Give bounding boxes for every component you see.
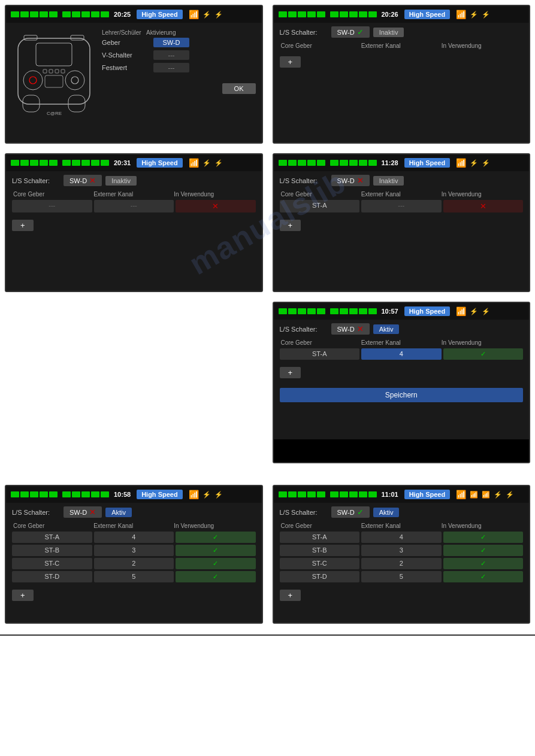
- antenna-icon-7b: ⚡: [506, 491, 514, 499]
- time-7: 11:01: [382, 491, 398, 498]
- sw-d-badge-2[interactable]: SW-D ✓: [331, 26, 370, 38]
- cell-6-3-1[interactable]: 5: [94, 571, 174, 582]
- screen-content-1: C@RE Lehrer/Schüler Aktivierung: [6, 23, 262, 142]
- svg-point-4: [65, 71, 84, 90]
- antenna-icon-2: ⚡: [470, 11, 478, 19]
- col-header-inuse-2: In Verwendung: [442, 42, 522, 49]
- time-3: 20:31: [114, 159, 131, 166]
- speichern-button-5[interactable]: Speichern: [280, 388, 524, 402]
- ls-schalter-row-6: L/S Schalter: SW-D ✕ Aktiv: [12, 506, 256, 518]
- col-header-inuse-3: In Verwendung: [174, 191, 254, 198]
- cell-6-2-1[interactable]: 2: [94, 558, 174, 569]
- cell-6-0-0[interactable]: ST-A: [12, 532, 92, 543]
- battery-icon-2b: [330, 11, 377, 17]
- cell-6-3-0[interactable]: ST-D: [12, 571, 92, 582]
- cell-7-1-1[interactable]: 3: [361, 545, 442, 556]
- add-button-4[interactable]: +: [280, 220, 301, 231]
- extra-wifi-1: 📶: [470, 491, 478, 499]
- cell-7-1-2: ✓: [443, 545, 524, 556]
- vschalter-value[interactable]: ---: [153, 50, 189, 60]
- ls-schalter-row-5: L/S Schalter: SW-D ✕ Aktiv: [280, 323, 524, 335]
- sw-d-badge-6[interactable]: SW-D ✕: [64, 506, 102, 518]
- geber-value[interactable]: SW-D: [153, 38, 189, 47]
- svg-rect-15: [71, 35, 84, 40]
- screen-header-6: 10:58 High Speed 📶 ⚡ ⚡: [6, 486, 262, 503]
- high-speed-badge-3: High Speed: [137, 158, 183, 168]
- time-5: 10:57: [382, 308, 398, 315]
- wifi-icon-2: 📶: [456, 10, 466, 19]
- vschalter-label: V-Schalter: [102, 51, 150, 59]
- add-button-3[interactable]: +: [12, 220, 34, 231]
- aktiv-badge-7[interactable]: Aktiv: [373, 508, 400, 517]
- svg-rect-9: [61, 69, 65, 73]
- time-2: 20:26: [382, 11, 398, 18]
- cell-6-2-0[interactable]: ST-C: [12, 558, 92, 569]
- battery-icon-6: [11, 491, 58, 497]
- cell-7-0-1[interactable]: 4: [361, 532, 442, 543]
- cell-7-0-0[interactable]: ST-A: [280, 532, 360, 543]
- inaktiv-badge-2[interactable]: Inaktiv: [373, 28, 404, 37]
- aktiv-badge-6[interactable]: Aktiv: [105, 508, 132, 517]
- cell-4-0-0[interactable]: ST-A: [280, 200, 360, 212]
- add-button-6[interactable]: +: [12, 590, 34, 601]
- cell-6-1-1[interactable]: 3: [94, 545, 174, 556]
- high-speed-badge-4: High Speed: [404, 158, 451, 168]
- cell-3-0-2: ✕: [176, 200, 256, 212]
- check-icon-7: ✓: [357, 508, 364, 517]
- table-header-4: Core Geber Externer Kanal In Verwendung: [280, 191, 524, 198]
- table-row-3-0: --- --- ✕: [12, 200, 256, 212]
- table-row-6-2: ST-C 2 ✓: [12, 558, 256, 569]
- time-4: 11:28: [382, 159, 398, 166]
- high-speed-badge-7: High Speed: [404, 490, 451, 499]
- cell-6-1-0[interactable]: ST-B: [12, 545, 92, 556]
- col-header-core-2: Core Geber: [281, 42, 361, 49]
- sw-d-badge-5[interactable]: SW-D ✕: [331, 323, 370, 335]
- extra-wifi-2: 📶: [482, 491, 490, 499]
- sw-d-text-7: SW-D: [337, 509, 355, 516]
- sw-d-badge-3[interactable]: SW-D ✕: [64, 175, 102, 186]
- cell-7-3-1[interactable]: 5: [361, 571, 442, 582]
- aktiv-badge-5[interactable]: Aktiv: [373, 324, 400, 334]
- antenna-icon-7: ⚡: [494, 491, 502, 499]
- col-header-core-3: Core Geber: [13, 191, 93, 198]
- wifi-icon-1: 📶: [189, 10, 199, 19]
- screen-header-5: 10:57 High Speed 📶 ⚡ ⚡: [274, 303, 530, 320]
- screen-header-1: 20:25 High Speed 📶 ⚡ ⚡: [6, 6, 262, 23]
- x-icon-3-row: ✕: [212, 202, 219, 211]
- cell-3-0-0[interactable]: ---: [12, 200, 92, 212]
- wifi-icon-5: 📶: [456, 306, 466, 316]
- cell-4-0-1[interactable]: ---: [361, 200, 442, 212]
- battery-icon-1: [11, 11, 58, 17]
- cell-7-1-0[interactable]: ST-B: [280, 545, 360, 556]
- cell-7-3-0[interactable]: ST-D: [280, 571, 360, 582]
- cell-6-0-1[interactable]: 4: [94, 532, 174, 543]
- cell-7-2-0[interactable]: ST-C: [280, 558, 360, 569]
- cell-7-2-1[interactable]: 2: [361, 558, 442, 569]
- screen-panel-6: 10:58 High Speed 📶 ⚡ ⚡ L/S Schalter: SW-…: [5, 485, 263, 624]
- add-button-2[interactable]: +: [280, 56, 301, 68]
- svg-rect-1: [36, 43, 72, 66]
- svg-point-3: [29, 77, 37, 84]
- ls-label-5: L/S Schalter:: [280, 326, 328, 333]
- antenna-icon-2b: ⚡: [482, 11, 490, 19]
- ls-schalter-row-4: L/S Schalter: SW-D ✕ Inaktiv: [280, 175, 524, 186]
- screen-header-7: 11:01 High Speed 📶 📶 📶 ⚡ ⚡: [274, 486, 530, 503]
- add-button-7[interactable]: +: [280, 590, 301, 601]
- cell-5-0-1[interactable]: 4: [361, 348, 442, 360]
- ok-button-1[interactable]: OK: [222, 83, 256, 94]
- cell-5-0-0[interactable]: ST-A: [280, 348, 360, 360]
- add-button-5[interactable]: +: [280, 367, 301, 378]
- cell-7-0-2: ✓: [443, 532, 524, 543]
- inaktiv-badge-4[interactable]: Inaktiv: [373, 176, 404, 186]
- antenna-icon-3b: ⚡: [214, 159, 223, 167]
- antenna-icon-6: ⚡: [202, 491, 211, 499]
- antenna-icon-3: ⚡: [202, 159, 211, 167]
- inaktiv-badge-3[interactable]: Inaktiv: [105, 176, 137, 186]
- sw-d-badge-7[interactable]: SW-D ✓: [331, 506, 370, 518]
- cell-3-0-1[interactable]: ---: [94, 200, 174, 212]
- col-header-inuse-5: In Verwendung: [442, 339, 522, 346]
- bottom-divider: [0, 634, 535, 636]
- table-header-2: Core Geber Externer Kanal In Verwendung: [280, 42, 524, 49]
- sw-d-badge-4[interactable]: SW-D ✕: [331, 175, 370, 186]
- festwert-value[interactable]: ---: [153, 63, 189, 72]
